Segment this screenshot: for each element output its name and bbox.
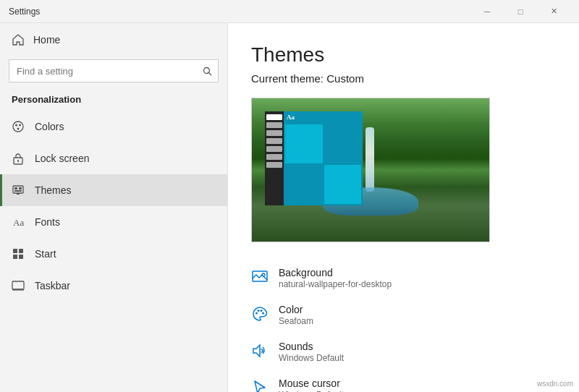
- preview-window: Aa: [284, 111, 363, 205]
- tile-4: [324, 165, 362, 204]
- preview-taskbar: [265, 111, 284, 205]
- background-subtitle: natural-wallpaper-for-desktop: [279, 279, 392, 289]
- close-button[interactable]: ✕: [537, 0, 570, 23]
- sidebar-item-themes[interactable]: Themes: [0, 174, 227, 206]
- search-input[interactable]: [9, 59, 219, 82]
- svg-point-23: [258, 310, 260, 312]
- svg-rect-9: [14, 187, 17, 189]
- sidebar-label-start: Start: [35, 248, 56, 260]
- svg-point-2: [13, 122, 23, 132]
- start-icon: [12, 247, 25, 260]
- sounds-icon: [251, 342, 269, 359]
- svg-text:Aa: Aa: [13, 217, 24, 228]
- color-text: Color Seafoam: [279, 304, 313, 326]
- color-subtitle: Seafoam: [279, 316, 313, 326]
- ui-preview-overlay: Aa: [265, 111, 363, 205]
- color-title: Color: [279, 304, 313, 315]
- sidebar: Home Personalization: [0, 23, 228, 392]
- title-bar: Settings ─ □ ✕: [0, 0, 579, 23]
- sounds-subtitle: Windows Default: [279, 353, 344, 363]
- sounds-title: Sounds: [279, 341, 344, 352]
- settings-item-sounds[interactable]: Sounds Windows Default: [251, 333, 556, 370]
- preview-aa-text: Aa: [287, 114, 295, 121]
- sidebar-item-lock-screen[interactable]: Lock screen: [0, 142, 227, 174]
- home-icon: [12, 33, 25, 46]
- minimize-button[interactable]: ─: [470, 0, 504, 23]
- title-bar-controls: ─ □ ✕: [470, 0, 570, 23]
- sounds-text: Sounds Windows Default: [279, 341, 344, 363]
- mouse-cursor-text: Mouse cursor Windows Default: [279, 378, 344, 392]
- sidebar-label-themes: Themes: [35, 184, 72, 196]
- mouse-cursor-title: Mouse cursor: [279, 378, 344, 389]
- sidebar-item-start[interactable]: Start: [0, 238, 227, 270]
- taskbar-item-2: [266, 122, 282, 128]
- tile-2: [324, 124, 362, 163]
- page-title: Themes: [251, 43, 556, 67]
- sidebar-search: [9, 59, 219, 82]
- svg-rect-12: [17, 193, 20, 195]
- search-button[interactable]: [195, 59, 219, 82]
- background-text: Background natural-wallpaper-for-desktop: [279, 267, 392, 289]
- svg-line-1: [208, 72, 211, 75]
- settings-item-color[interactable]: Color Seafoam: [251, 297, 556, 333]
- svg-rect-10: [19, 187, 22, 189]
- settings-item-mouse-cursor[interactable]: Mouse cursor Windows Default: [251, 370, 556, 392]
- taskbar-item-1: [266, 114, 282, 120]
- svg-point-4: [19, 124, 21, 127]
- title-bar-title: Settings: [9, 7, 470, 17]
- sidebar-item-taskbar[interactable]: Taskbar: [0, 270, 227, 302]
- current-theme-label: Current theme: Custom: [251, 72, 556, 85]
- sidebar-label-colors: Colors: [35, 121, 64, 132]
- svg-point-5: [17, 128, 20, 130]
- preview-tiles: [284, 123, 363, 205]
- sidebar-item-colors[interactable]: Colors: [0, 111, 227, 142]
- background-icon: [251, 268, 269, 286]
- svg-point-24: [261, 310, 263, 312]
- taskbar-item-3: [266, 130, 282, 136]
- svg-rect-11: [14, 190, 22, 192]
- fonts-icon: Aa: [12, 216, 25, 229]
- svg-rect-15: [19, 249, 23, 253]
- svg-rect-18: [12, 281, 24, 289]
- tile-1: [285, 124, 323, 163]
- svg-rect-8: [13, 186, 23, 193]
- taskbar-item-7: [266, 162, 282, 168]
- sidebar-label-taskbar: Taskbar: [35, 280, 70, 291]
- main-layout: Home Personalization: [0, 23, 579, 392]
- content-area: Themes Current theme: Custom: [228, 23, 579, 392]
- maximize-button[interactable]: □: [504, 0, 537, 23]
- sidebar-item-fonts[interactable]: Aa Fonts: [0, 206, 227, 238]
- theme-preview: Aa: [251, 98, 490, 242]
- sidebar-section-label: Personalization: [0, 91, 227, 111]
- watermark: wsxdn.com: [537, 380, 573, 388]
- color-icon: [251, 305, 269, 323]
- svg-rect-7: [17, 160, 19, 162]
- settings-item-background[interactable]: Background natural-wallpaper-for-desktop: [251, 260, 556, 297]
- taskbar-icon: [12, 279, 25, 292]
- sidebar-label-fonts: Fonts: [35, 216, 60, 228]
- svg-rect-19: [12, 289, 24, 291]
- sidebar-item-home[interactable]: Home: [0, 23, 227, 56]
- taskbar-item-5: [266, 146, 282, 152]
- svg-rect-14: [13, 249, 17, 253]
- svg-point-0: [203, 67, 209, 73]
- palette-icon: [12, 120, 25, 133]
- taskbar-item-4: [266, 138, 282, 144]
- svg-point-21: [262, 273, 265, 276]
- svg-point-25: [262, 312, 264, 315]
- mouse-cursor-icon: [251, 379, 269, 392]
- svg-point-22: [255, 312, 258, 315]
- sidebar-label-lock-screen: Lock screen: [35, 153, 89, 164]
- svg-rect-17: [19, 255, 23, 259]
- svg-rect-16: [13, 255, 17, 259]
- tile-3: [285, 165, 323, 204]
- lock-screen-icon: [12, 152, 25, 165]
- background-title: Background: [279, 267, 392, 278]
- svg-point-3: [15, 124, 17, 127]
- taskbar-item-6: [266, 154, 282, 160]
- themes-icon: [12, 184, 25, 197]
- preview-window-top: Aa: [284, 111, 363, 123]
- sidebar-home-label: Home: [33, 34, 60, 46]
- waterfall-decoration: [365, 127, 374, 192]
